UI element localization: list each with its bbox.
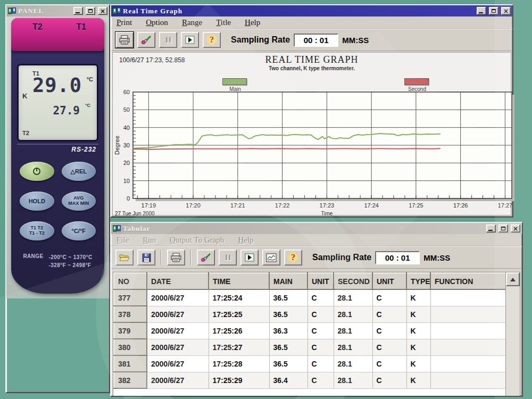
table-cell[interactable]: 2000/6/27 [147,355,209,372]
column-header-time[interactable]: TIME [209,273,269,289]
table-cell[interactable]: 2000/6/27 [147,372,209,388]
row-number-cell[interactable]: 378 [114,306,147,322]
table-cell[interactable]: C [307,372,334,388]
menu-range[interactable]: Range [182,18,202,27]
help-button[interactable]: ? [284,250,302,265]
tabular-maximize-button[interactable] [498,225,508,232]
row-number-cell[interactable]: 377 [114,289,147,306]
menu-help[interactable]: Help [245,18,260,27]
column-header-type[interactable]: TYPE [406,273,430,289]
play-button[interactable] [181,32,199,48]
clear-button[interactable] [137,32,155,48]
table-cell[interactable]: 17:25:24 [209,289,269,306]
table-cell[interactable]: 36.5 [269,289,307,306]
graph-titlebar[interactable]: Real Time Graph × [111,5,512,16]
column-header-unit[interactable]: UNIT [307,273,334,289]
play-button[interactable] [240,250,259,265]
menu-file[interactable]: File [117,236,129,245]
table-cell[interactable]: 17:25:28 [209,355,269,372]
table-cell[interactable]: C [307,289,334,306]
table-cell[interactable]: 36.5 [269,355,307,372]
graph-maximize-button[interactable] [489,7,498,15]
menu-option[interactable]: Option [146,18,168,27]
table-cell[interactable]: C [372,289,406,306]
table-cell[interactable]: 36.5 [269,339,307,355]
table-cell[interactable]: K [406,289,430,306]
table-cell[interactable]: C [307,355,334,372]
clear-button[interactable] [197,250,215,265]
table-cell[interactable] [430,355,510,372]
table-cell[interactable]: 2000/6/27 [147,289,209,306]
table-cell[interactable]: C [372,339,406,355]
table-cell[interactable]: C [372,322,406,339]
column-header-date[interactable]: DATE [147,273,209,289]
print-button[interactable] [115,32,134,48]
table-cell[interactable] [430,306,510,322]
table-row-381[interactable]: 3812000/6/2717:25:2836.5C28.1CK [114,355,510,372]
table-cell[interactable]: K [406,355,430,372]
table-cell[interactable]: 28.1 [334,322,372,339]
row-number-cell[interactable]: 380 [114,339,147,355]
table-cell[interactable]: C [307,339,334,355]
table-cell[interactable] [430,322,510,339]
table-cell[interactable]: 28.1 [334,339,372,355]
table-cell[interactable]: 17:25:29 [209,372,269,388]
table-cell[interactable]: K [406,306,430,322]
panel-close-button[interactable]: × [98,7,107,15]
graph-close-button[interactable]: × [501,7,511,15]
scroll-up-button[interactable] [506,272,520,286]
table-cell[interactable]: 28.1 [334,289,372,306]
table-cell[interactable] [430,339,510,355]
table-cell[interactable]: 28.1 [334,372,372,388]
row-number-cell[interactable]: 379 [114,322,147,339]
table-row-382[interactable]: 3822000/6/2717:25:2936.4C28.1CK [114,372,510,388]
menu-print[interactable]: Print [117,18,132,27]
table-cell[interactable]: C [372,355,406,372]
tabular-close-button[interactable]: × [511,225,520,232]
print-button[interactable] [167,250,185,265]
table-row-380[interactable]: 3802000/6/2717:25:2736.5C28.1CK [114,339,510,355]
vertical-scrollbar[interactable] [505,272,520,396]
table-cell[interactable]: 17:25:27 [209,339,269,355]
pause-button[interactable] [219,250,237,265]
table-cell[interactable]: 28.1 [334,306,372,322]
column-header-main[interactable]: MAIN [269,273,307,289]
table-cell[interactable]: 2000/6/27 [147,339,209,355]
table-cell[interactable]: 36.5 [269,306,307,322]
tabular-titlebar[interactable]: Tabular × [111,223,522,234]
table-cell[interactable]: 17:25:25 [209,306,269,322]
table-cell[interactable]: C [372,306,406,322]
table-cell[interactable]: 17:25:26 [209,322,269,339]
help-button[interactable]: ? [203,32,221,48]
table-cell[interactable] [430,289,510,306]
panel-titlebar[interactable]: PANEL × [6,5,109,16]
table-cell[interactable]: C [372,372,406,388]
column-header-no[interactable]: NO [114,273,147,289]
panel-minimize-button[interactable] [73,7,83,15]
table-cell[interactable]: 2000/6/27 [147,322,209,339]
table-row-377[interactable]: 3772000/6/2717:25:2436.5C28.1CK [114,289,510,306]
menu-help[interactable]: Help [238,236,253,245]
sampling-rate-input[interactable] [294,34,338,47]
graph-view-button[interactable] [262,250,280,265]
table-row-378[interactable]: 3782000/6/2717:25:2536.5C28.1CK [114,306,510,322]
menu-title[interactable]: Title [216,18,231,27]
column-header-function[interactable]: FUNCTION [430,273,510,289]
tabular-minimize-button[interactable] [486,225,496,232]
table-cell[interactable]: 36.4 [269,372,307,388]
sampling-rate-input[interactable] [375,251,420,264]
row-number-cell[interactable]: 382 [114,372,147,388]
save-button[interactable] [137,250,155,265]
graph-minimize-button[interactable] [477,7,486,15]
pause-button[interactable] [159,32,177,48]
column-header-second[interactable]: SECOND [334,273,372,289]
table-cell[interactable]: K [406,372,430,388]
table-cell[interactable]: K [406,339,430,355]
table-cell[interactable]: 2000/6/27 [147,306,209,322]
table-cell[interactable] [430,372,510,388]
row-number-cell[interactable]: 381 [114,355,147,372]
table-cell[interactable]: 28.1 [334,355,372,372]
open-button[interactable] [115,250,134,265]
column-header-unit[interactable]: UNIT [372,273,406,289]
table-cell[interactable]: C [307,322,334,339]
